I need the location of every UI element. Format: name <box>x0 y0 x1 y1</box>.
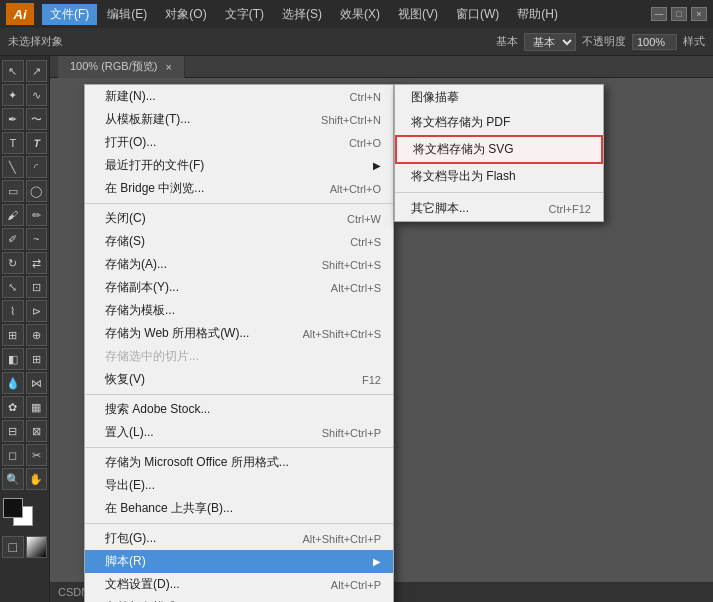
arc-tool[interactable]: ◜ <box>26 156 48 178</box>
document-tab[interactable]: 100% (RGB/预览) × <box>58 56 185 78</box>
fill-none-button[interactable]: □ <box>2 536 24 558</box>
blend-tool[interactable]: ⋈ <box>26 372 48 394</box>
menu-new[interactable]: 新建(N)... Ctrl+N <box>85 85 393 108</box>
menu-place[interactable]: 置入(L)... Shift+Ctrl+P <box>85 421 393 444</box>
paintbrush-tool[interactable]: 🖌 <box>2 204 24 226</box>
lasso-tool[interactable]: ∿ <box>26 84 48 106</box>
script-other[interactable]: 其它脚本... Ctrl+F12 <box>395 196 603 221</box>
menu-edit[interactable]: 编辑(E) <box>99 4 155 25</box>
free-transform-tool[interactable]: ⊞ <box>2 324 24 346</box>
foreground-swatch[interactable] <box>3 498 23 518</box>
menu-window[interactable]: 窗口(W) <box>448 4 507 25</box>
menu-open-shortcut: Ctrl+O <box>349 137 381 149</box>
menu-save[interactable]: 存储(S) Ctrl+S <box>85 230 393 253</box>
rotate-tool[interactable]: ↻ <box>2 252 24 274</box>
smooth-tool[interactable]: ~ <box>26 228 48 250</box>
tool-row-2: ✦ ∿ <box>2 84 47 106</box>
maximize-button[interactable]: □ <box>671 7 687 21</box>
script-save-svg[interactable]: 将文档存储为 SVG <box>395 135 603 164</box>
menu-color-mode[interactable]: 文档颜色模式(M) ▶ <box>85 596 393 602</box>
magic-wand-tool[interactable]: ✦ <box>2 84 24 106</box>
menu-open[interactable]: 打开(O)... Ctrl+O <box>85 131 393 154</box>
shape-build-tool[interactable]: ⊕ <box>26 324 48 346</box>
workspace-select[interactable]: 基本 <box>524 33 576 51</box>
tool-row-8: ✐ ~ <box>2 228 47 250</box>
type-tool[interactable]: T <box>2 132 24 154</box>
gradient-tool[interactable]: ◧ <box>2 348 24 370</box>
menu-help[interactable]: 帮助(H) <box>509 4 566 25</box>
reflect-tool[interactable]: ⇄ <box>26 252 48 274</box>
zoom-tool[interactable]: 🔍 <box>2 468 24 490</box>
minimize-button[interactable]: — <box>651 7 667 21</box>
line-tool[interactable]: ╲ <box>2 156 24 178</box>
tab-close-button[interactable]: × <box>165 61 171 73</box>
menu-save-slices[interactable]: 存储选中的切片... <box>85 345 393 368</box>
canvas-area: 100% (RGB/预览) × 新建(N)... Ctrl+N 从模板新建(T)… <box>50 56 713 602</box>
menu-adobe-stock[interactable]: 搜索 Adobe Stock... <box>85 398 393 421</box>
blob-brush-tool[interactable]: ✏ <box>26 204 48 226</box>
menu-file[interactable]: 文件(F) <box>42 4 97 25</box>
scissors-tool[interactable]: ✂ <box>26 444 48 466</box>
menu-save-copy[interactable]: 存储副本(Y)... Alt+Ctrl+S <box>85 276 393 299</box>
tool-row-6: ▭ ◯ <box>2 180 47 202</box>
eyedropper-tool[interactable]: 💧 <box>2 372 24 394</box>
script-save-pdf[interactable]: 将文档存储为 PDF <box>395 110 603 135</box>
pen-tool[interactable]: ✒ <box>2 108 24 130</box>
menu-save-office[interactable]: 存储为 Microsoft Office 所用格式... <box>85 451 393 474</box>
slice-tool[interactable]: ⊠ <box>26 420 48 442</box>
menu-effect[interactable]: 效果(X) <box>332 4 388 25</box>
script-save-pdf-label: 将文档存储为 PDF <box>411 114 510 131</box>
symbol-sprayer-tool[interactable]: ✿ <box>2 396 24 418</box>
script-export-flash[interactable]: 将文档导出为 Flash <box>395 164 603 189</box>
rect-tool[interactable]: ▭ <box>2 180 24 202</box>
scale-tool[interactable]: ⤡ <box>2 276 24 298</box>
close-button[interactable]: × <box>691 7 707 21</box>
script-image-trace[interactable]: 图像描摹 <box>395 85 603 110</box>
menu-bridge[interactable]: 在 Bridge 中浏览... Alt+Ctrl+O <box>85 177 393 200</box>
menu-bridge-label: 在 Bridge 中浏览... <box>105 180 204 197</box>
menu-select[interactable]: 选择(S) <box>274 4 330 25</box>
menu-package-shortcut: Alt+Shift+Ctrl+P <box>302 533 381 545</box>
menu-object[interactable]: 对象(O) <box>157 4 214 25</box>
tool-row-18: 🔍 ✋ <box>2 468 47 490</box>
script-image-trace-label: 图像描摹 <box>411 89 459 106</box>
select-tool[interactable]: ↖ <box>2 60 24 82</box>
pencil-tool[interactable]: ✐ <box>2 228 24 250</box>
menu-scripts[interactable]: 脚本(R) ▶ <box>85 550 393 573</box>
mesh-tool[interactable]: ⊞ <box>26 348 48 370</box>
ellipse-tool[interactable]: ◯ <box>26 180 48 202</box>
warp-tool[interactable]: ⌇ <box>2 300 24 322</box>
direct-select-tool[interactable]: ↗ <box>26 60 48 82</box>
menu-save-template[interactable]: 存储为模板... <box>85 299 393 322</box>
opacity-input[interactable] <box>632 34 677 50</box>
style-label: 样式 <box>683 34 705 49</box>
menu-save-as[interactable]: 存储为(A)... Shift+Ctrl+S <box>85 253 393 276</box>
tool-row-11: ⌇ ⊳ <box>2 300 47 322</box>
menu-recent[interactable]: 最近打开的文件(F) ▶ <box>85 154 393 177</box>
touch-type-tool[interactable]: 𝙏 <box>26 132 48 154</box>
curvature-tool[interactable]: 〜 <box>26 108 48 130</box>
menu-close[interactable]: 关闭(C) Ctrl+W <box>85 207 393 230</box>
menu-revert[interactable]: 恢复(V) F12 <box>85 368 393 391</box>
menu-save-slices-label: 存储选中的切片... <box>105 348 199 365</box>
tool-row-16: ⊟ ⊠ <box>2 420 47 442</box>
artboard-tool[interactable]: ⊟ <box>2 420 24 442</box>
menu-export-label: 导出(E)... <box>105 477 155 494</box>
menu-new-template[interactable]: 从模板新建(T)... Shift+Ctrl+N <box>85 108 393 131</box>
column-graph-tool[interactable]: ▦ <box>26 396 48 418</box>
menu-behance[interactable]: 在 Behance 上共享(B)... <box>85 497 393 520</box>
hand-tool[interactable]: ✋ <box>26 468 48 490</box>
menu-view[interactable]: 视图(V) <box>390 4 446 25</box>
status-label: 未选择对象 <box>8 34 63 49</box>
menu-text[interactable]: 文字(T) <box>217 4 272 25</box>
menu-export[interactable]: 导出(E)... <box>85 474 393 497</box>
width-tool[interactable]: ⊳ <box>26 300 48 322</box>
menu-save-web[interactable]: 存储为 Web 所用格式(W)... Alt+Shift+Ctrl+S <box>85 322 393 345</box>
menu-save-copy-label: 存储副本(Y)... <box>105 279 179 296</box>
shear-tool[interactable]: ⊡ <box>26 276 48 298</box>
menu-doc-setup[interactable]: 文档设置(D)... Alt+Ctrl+P <box>85 573 393 596</box>
menu-package[interactable]: 打包(G)... Alt+Shift+Ctrl+P <box>85 527 393 550</box>
gradient-swatch[interactable] <box>26 536 48 558</box>
eraser-tool[interactable]: ◻ <box>2 444 24 466</box>
script-submenu: 图像描摹 将文档存储为 PDF 将文档存储为 SVG 将文档导出为 Flash … <box>394 84 604 222</box>
